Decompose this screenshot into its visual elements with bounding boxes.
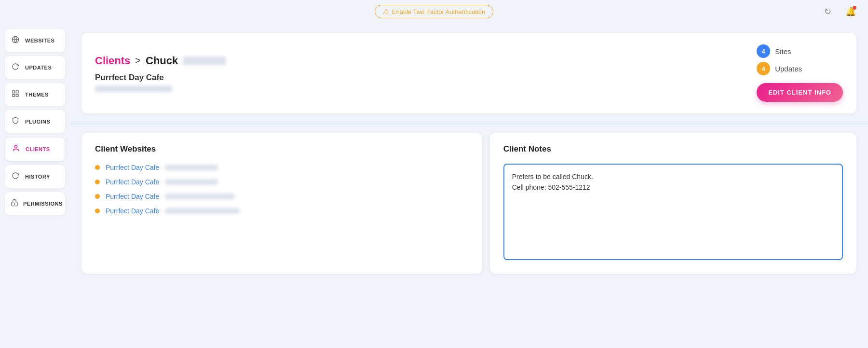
warning-icon: ⚠ — [383, 8, 389, 15]
sidebar-item-permissions[interactable]: PERMISSIONS — [5, 192, 65, 215]
sidebar-label-themes: THEMES — [25, 92, 49, 97]
website-dot-2 — [95, 180, 100, 184]
website-item-2[interactable]: Purrfect Day Cafe — [95, 178, 469, 186]
website-name-4[interactable]: Purrfect Day Cafe — [106, 207, 159, 215]
sidebar-label-history: HISTORY — [25, 174, 50, 180]
cards-row: Client Websites Purrfect Day Cafe Purrfe… — [81, 133, 856, 274]
svg-point-7 — [14, 204, 14, 204]
notes-card-title: Client Notes — [503, 144, 843, 154]
svg-rect-3 — [16, 91, 18, 93]
svg-rect-2 — [13, 91, 15, 93]
sites-label: Sites — [775, 47, 791, 56]
sidebar-item-clients[interactable]: CLIENTS — [5, 137, 65, 161]
top-bar-actions: ↻ 🔔 — [820, 4, 858, 19]
refresh-button[interactable]: ↻ — [820, 4, 835, 19]
sites-badge-row: 4 Sites — [757, 44, 802, 58]
website-name-1[interactable]: Purrfect Day Cafe — [106, 164, 159, 171]
website-name-3[interactable]: Purrfect Day Cafe — [106, 193, 159, 200]
website-item-3[interactable]: Purrfect Day Cafe — [95, 193, 469, 200]
clients-icon — [11, 144, 21, 154]
breadcrumb-clients-link[interactable]: Clients — [95, 55, 130, 67]
svg-rect-4 — [13, 94, 15, 97]
plugins-icon — [11, 117, 20, 126]
permissions-icon — [11, 199, 18, 209]
refresh-icon: ↻ — [824, 6, 831, 17]
website-list: Purrfect Day Cafe Purrfect Day Cafe Purr… — [95, 164, 469, 215]
notification-dot — [853, 6, 856, 10]
edit-client-info-button[interactable]: EDIT CLIENT INFO — [757, 83, 843, 102]
sites-badge: 4 — [757, 44, 770, 58]
app-layout: WEBSITES UPDATES THEMES PLUGINS CLIENTS — [0, 23, 868, 348]
stats-group: 4 Sites 4 Updates — [757, 44, 802, 75]
website-url-blur-2 — [165, 179, 218, 185]
header-right-group: 4 Sites 4 Updates EDIT CLIENT INFO — [757, 44, 843, 102]
sidebar-label-plugins: PLUGINS — [25, 119, 50, 125]
sidebar-item-websites[interactable]: WEBSITES — [5, 29, 65, 52]
top-bar: ⚠ Enable Two Factor Authentication ↻ 🔔 — [0, 0, 868, 23]
header-left: Clients > Chuck Purrfect Day Cafe — [95, 55, 226, 92]
updates-label: Updates — [775, 65, 802, 73]
website-dot-3 — [95, 194, 100, 199]
website-url-blur-4 — [165, 208, 240, 214]
updates-icon — [11, 63, 20, 72]
two-factor-button[interactable]: ⚠ Enable Two Factor Authentication — [375, 5, 493, 18]
website-dot-1 — [95, 165, 100, 170]
breadcrumb-current-client: Chuck — [146, 55, 226, 67]
themes-icon — [11, 90, 20, 99]
updates-badge-row: 4 Updates — [757, 62, 802, 75]
client-notes-textarea[interactable] — [503, 164, 843, 260]
website-url-blur-1 — [165, 165, 218, 170]
sidebar-label-websites: WEBSITES — [25, 38, 54, 43]
sidebar-item-history[interactable]: HISTORY — [5, 165, 65, 188]
website-url-blur-3 — [165, 194, 235, 199]
client-header-card: Clients > Chuck Purrfect Day Cafe 4 Site… — [81, 33, 856, 113]
client-notes-card: Client Notes — [490, 133, 856, 274]
website-dot-4 — [95, 209, 100, 213]
history-icon — [11, 172, 20, 181]
svg-rect-5 — [16, 94, 18, 97]
website-name-2[interactable]: Purrfect Day Cafe — [106, 178, 159, 186]
sidebar-label-permissions: PERMISSIONS — [23, 201, 63, 207]
sidebar-item-plugins[interactable]: PLUGINS — [5, 110, 65, 133]
sidebar-item-themes[interactable]: THEMES — [5, 83, 65, 106]
svg-point-6 — [14, 145, 17, 148]
breadcrumb: Clients > Chuck — [95, 55, 226, 67]
client-last-name-blur — [183, 56, 226, 65]
main-content: Clients > Chuck Purrfect Day Cafe 4 Site… — [70, 23, 868, 348]
website-item-1[interactable]: Purrfect Day Cafe — [95, 164, 469, 171]
sidebar-label-updates: UPDATES — [25, 65, 52, 70]
breadcrumb-arrow: > — [135, 55, 141, 66]
client-company-name: Purrfect Day Cafe — [95, 73, 226, 83]
website-item-4[interactable]: Purrfect Day Cafe — [95, 207, 469, 215]
globe-icon — [11, 36, 20, 45]
sidebar-label-clients: CLIENTS — [26, 146, 50, 152]
section-divider — [70, 121, 868, 125]
sidebar: WEBSITES UPDATES THEMES PLUGINS CLIENTS — [0, 23, 70, 348]
client-email-blur — [95, 85, 172, 92]
two-factor-label: Enable Two Factor Authentication — [392, 8, 485, 15]
client-websites-card: Client Websites Purrfect Day Cafe Purrfe… — [81, 133, 482, 274]
sidebar-item-updates[interactable]: UPDATES — [5, 56, 65, 79]
notifications-button[interactable]: 🔔 — [843, 4, 858, 19]
websites-card-title: Client Websites — [95, 144, 469, 154]
updates-badge: 4 — [757, 62, 770, 75]
